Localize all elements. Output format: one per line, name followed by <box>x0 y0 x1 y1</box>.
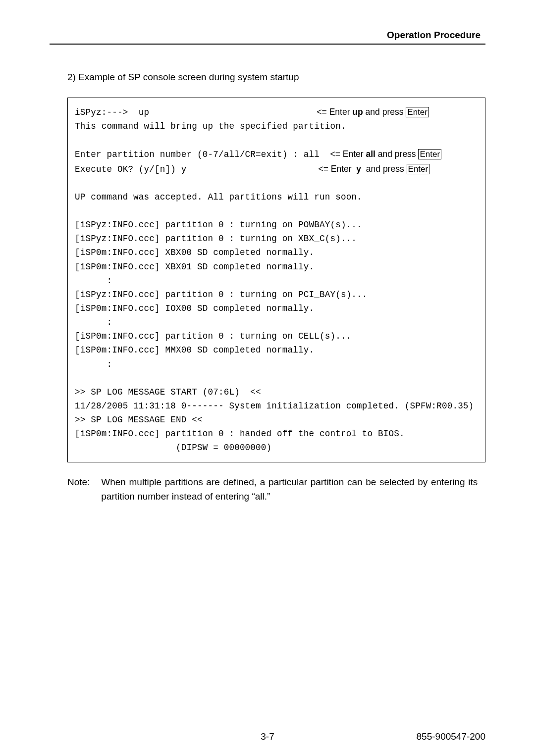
console-line: : <box>75 276 112 286</box>
console-box: iSPyz:---> up<= Enter up and press Enter… <box>67 98 485 462</box>
console-line: >> SP LOG MESSAGE START (07:6L) << <box>75 387 261 397</box>
console-line: [iSPyz:INFO.ccc] partition 0 : turning o… <box>75 234 357 244</box>
caption: 2) Example of SP console screen during s… <box>67 72 485 83</box>
console-line: [iSP0m:INFO.ccc] IOX00 SD completed norm… <box>75 303 314 313</box>
footer-docnum: 855-900547-200 <box>417 731 485 742</box>
console-line: This command will bring up the specified… <box>75 121 346 131</box>
console-line: Enter partition number (0-7/all/CR=exit)… <box>75 150 441 159</box>
console-line: : <box>75 317 112 327</box>
note-label: Note: <box>67 475 99 489</box>
annotation: <= Enter all and press Enter <box>330 149 441 159</box>
console-line: Execute OK? (y/[n]) y<= Enter y and pres… <box>75 164 429 174</box>
text: iSPyz:---> up <box>75 107 149 117</box>
console-line: [iSP0m:INFO.ccc] XBX01 SD completed norm… <box>75 262 314 272</box>
annotation: <= Enter y and press Enter <box>319 164 430 174</box>
enter-key: Enter <box>407 164 430 174</box>
console-line: 11/28/2005 11:31:18 0------- System init… <box>75 401 474 411</box>
console-line: iSPyz:---> up<= Enter up and press Enter <box>75 107 429 117</box>
console-line: [iSP0m:INFO.ccc] MMX00 SD completed norm… <box>75 345 314 355</box>
header-rule <box>50 44 485 45</box>
console-line: : <box>75 359 112 369</box>
console-line: [iSP0m:INFO.ccc] partition 0 : handed of… <box>75 429 405 439</box>
annotation: <= Enter up and press Enter <box>317 107 429 117</box>
text: Execute OK? (y/[n]) y <box>75 164 187 174</box>
console-line: [iSPyz:INFO.ccc] partition 0 : turning o… <box>75 220 362 230</box>
enter-key: Enter <box>406 107 429 117</box>
header-title: Operation Procedure <box>50 30 485 41</box>
text: Enter partition number (0-7/all/CR=exit)… <box>75 150 330 159</box>
console-line: (DIPSW = 00000000) <box>75 443 271 453</box>
page: Operation Procedure 2) Example of SP con… <box>0 0 535 756</box>
console-line: >> SP LOG MESSAGE END << <box>75 415 203 425</box>
console-line: [iSPyz:INFO.ccc] partition 0 : turning o… <box>75 290 368 300</box>
note: Note: When multiple partitions are defin… <box>67 475 485 504</box>
enter-key: Enter <box>418 149 441 159</box>
console-line: [iSP0m:INFO.ccc] partition 0 : turning o… <box>75 331 351 341</box>
console-line: UP command was accepted. All partitions … <box>75 192 362 202</box>
note-body: When multiple partitions are defined, a … <box>101 475 478 504</box>
console-line: [iSP0m:INFO.ccc] XBX00 SD completed norm… <box>75 248 314 257</box>
